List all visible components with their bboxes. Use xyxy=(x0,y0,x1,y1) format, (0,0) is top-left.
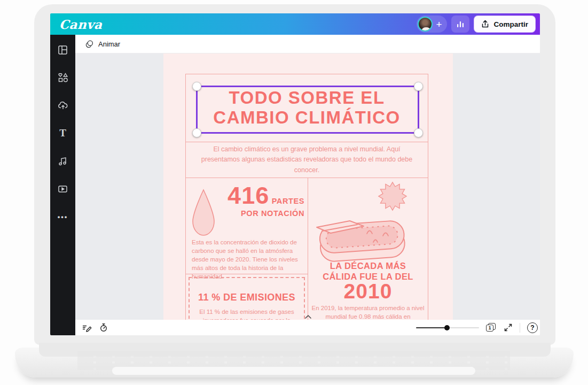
bar-chart-icon xyxy=(456,19,465,29)
stats-right-column: LA DÉCADA MÁS CÁLIDA FUE LA DEL 2010 En … xyxy=(308,178,428,320)
intro-block[interactable]: El cambio climático es un grave problema… xyxy=(186,142,428,178)
expand-icon xyxy=(504,323,513,332)
sidebar: T ••• xyxy=(50,35,75,335)
zoom-slider[interactable] xyxy=(416,324,479,332)
notes-icon xyxy=(82,324,92,332)
stat-decade-number[interactable]: 2010 xyxy=(308,280,428,303)
account-menu-button[interactable]: + xyxy=(417,16,447,33)
share-icon xyxy=(481,20,489,28)
help-button[interactable]: ? xyxy=(527,322,538,333)
water-drop-icon xyxy=(191,188,216,237)
selection-handle-bottom-left[interactable] xyxy=(192,128,201,137)
title-line2: CAMBIO CLIMÁTICO xyxy=(213,107,400,127)
bottombar-divider xyxy=(520,323,520,333)
context-toolbar: Animar xyxy=(75,35,540,53)
fullscreen-button[interactable] xyxy=(504,323,513,332)
add-member-icon[interactable]: + xyxy=(436,19,442,29)
sidebar-item-design[interactable] xyxy=(56,42,70,57)
bottombar-left xyxy=(82,323,108,332)
text-tool-icon: T xyxy=(59,127,66,139)
canva-app-window: Canva + Compartir xyxy=(50,13,540,335)
timer-button[interactable] xyxy=(99,323,108,332)
stat-416-value: 416 xyxy=(228,182,269,209)
collapse-panel-chevron-up[interactable] xyxy=(304,314,312,319)
design-page[interactable]: TODO SOBRE EL CAMBIO CLIMÁTICO El cambio… xyxy=(163,53,453,320)
sardine-can-illustration xyxy=(315,213,410,264)
infographic-grid: TODO SOBRE EL CAMBIO CLIMÁTICO El cambio… xyxy=(185,74,428,320)
canva-logo: Canva xyxy=(59,17,103,32)
stat-decade-heading[interactable]: LA DÉCADA MÁS CÁLIDA FUE LA DEL xyxy=(308,261,428,282)
bottombar: 1 ? xyxy=(75,320,540,335)
stat-416-number: 416 PARTES POR NOTACIÓN xyxy=(217,183,304,218)
stat-emissions-body: El 11 % de las emisiones de gases invern… xyxy=(190,307,304,320)
share-button[interactable]: Compartir xyxy=(474,16,536,33)
avatar-shirt xyxy=(422,27,430,32)
sidebar-item-elements[interactable] xyxy=(56,70,70,85)
stat-emissions-heading: 11 % DE EMISIONES xyxy=(190,292,304,303)
stat-416-unit: PARTES xyxy=(272,197,304,205)
selection-handle-bottom-right[interactable] xyxy=(414,128,423,137)
stats-section: 416 PARTES POR NOTACIÓN Esta es la conce… xyxy=(186,178,428,320)
insights-button[interactable] xyxy=(451,16,469,33)
title-block[interactable]: TODO SOBRE EL CAMBIO CLIMÁTICO xyxy=(186,74,428,142)
page-indicator[interactable]: 1 xyxy=(486,323,497,333)
more-icon: ••• xyxy=(58,213,68,221)
sidebar-item-text[interactable]: T xyxy=(56,126,70,141)
topbar-actions: + Compartir xyxy=(417,16,536,33)
zoom-slider-track-filled xyxy=(416,327,447,328)
intro-text: El cambio climático es un grave problema… xyxy=(198,144,417,175)
sidebar-item-audio[interactable] xyxy=(56,153,70,168)
laptop-mockup: Canva + Compartir xyxy=(0,0,588,385)
title-line1: TODO SOBRE EL xyxy=(229,88,385,107)
animate-button[interactable]: Animar xyxy=(81,37,124,51)
laptop-front-lip xyxy=(112,367,475,375)
stat-decade-body[interactable]: En 2019, la temperatura promedio a nivel… xyxy=(311,304,425,320)
zoom-slider-track xyxy=(447,327,479,328)
sidebar-item-more[interactable]: ••• xyxy=(56,209,70,224)
music-notes-icon xyxy=(58,156,68,166)
selection-handle-top-right[interactable] xyxy=(414,82,423,91)
video-icon xyxy=(58,184,68,194)
stat-416-body: Esta es la concentración de dioxido de c… xyxy=(192,238,303,281)
notes-button[interactable] xyxy=(82,324,92,332)
topbar: Canva + Compartir xyxy=(50,13,540,35)
templates-icon xyxy=(58,45,68,55)
stat-decade-heading-line1: LA DÉCADA MÁS xyxy=(308,261,428,272)
zoom-slider-thumb[interactable] xyxy=(444,325,450,330)
sidebar-item-uploads[interactable] xyxy=(56,98,70,113)
sun-icon xyxy=(378,181,407,211)
upload-cloud-icon xyxy=(58,100,68,111)
animate-icon xyxy=(85,40,94,49)
page-number: 1 xyxy=(486,325,493,332)
share-label: Compartir xyxy=(493,20,528,28)
stat-416-block[interactable]: 416 PARTES POR NOTACIÓN Esta es la conce… xyxy=(186,178,308,274)
sidebar-item-videos[interactable] xyxy=(56,181,70,196)
bottombar-right: 1 ? xyxy=(416,322,538,333)
stat-emissions-block[interactable]: 11 % DE EMISIONES El 11 % de las emision… xyxy=(189,277,305,320)
avatar[interactable] xyxy=(418,17,433,32)
canvas-workspace[interactable]: TODO SOBRE EL CAMBIO CLIMÁTICO El cambio… xyxy=(75,53,540,320)
stats-left-column: 416 PARTES POR NOTACIÓN Esta es la conce… xyxy=(186,178,308,320)
timer-icon xyxy=(99,323,108,332)
animate-label: Animar xyxy=(98,40,120,48)
selection-handle-top-left[interactable] xyxy=(192,82,201,91)
elements-icon xyxy=(58,72,68,83)
stat-416-unit2: POR NOTACIÓN xyxy=(217,209,304,218)
